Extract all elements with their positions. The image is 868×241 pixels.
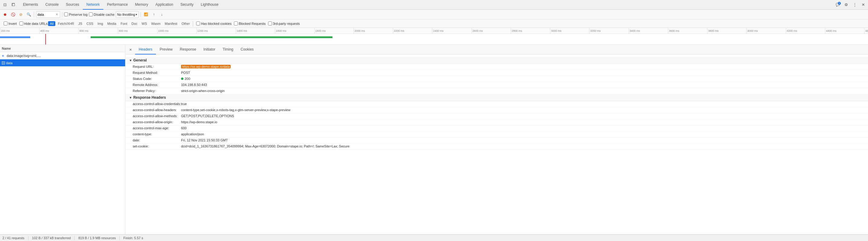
preserve-log-checkbox[interactable] xyxy=(64,12,68,16)
details-panel: × Headers Preview Response Initiator Tim… xyxy=(125,45,868,235)
timeline-mark: 3200 ms xyxy=(589,28,629,34)
response-header-label: set-cookie: xyxy=(133,144,181,148)
tab-application[interactable]: Application xyxy=(152,0,177,10)
tab-preview[interactable]: Preview xyxy=(156,45,176,54)
filter-btn-js[interactable]: JS xyxy=(76,21,84,26)
filter-btn-css[interactable]: CSS xyxy=(85,21,95,26)
tab-security[interactable]: Security xyxy=(177,0,197,10)
hide-data-urls-checkbox-label[interactable]: Hide data URLs xyxy=(19,22,48,25)
throttle-select[interactable]: No throttling ▾ xyxy=(116,11,139,18)
has-blocked-cookies-checkbox[interactable] xyxy=(196,22,200,25)
tab-console[interactable]: Console xyxy=(42,0,62,10)
filter-btn-manifest[interactable]: Manifest xyxy=(163,21,179,26)
badge-icon[interactable]: 💬 2 xyxy=(834,1,841,8)
record-button[interactable]: ⏺ xyxy=(2,11,8,18)
filter-btn-media[interactable]: Media xyxy=(105,21,118,26)
filter-btn-font[interactable]: Font xyxy=(119,21,129,26)
invert-checkbox[interactable] xyxy=(4,22,7,25)
tab-memory[interactable]: Memory xyxy=(131,0,152,10)
details-close-button[interactable]: × xyxy=(127,46,134,53)
download-icon[interactable]: ↓ xyxy=(158,11,165,18)
details-tabs: × Headers Preview Response Initiator Tim… xyxy=(125,45,868,54)
timeline-content[interactable] xyxy=(0,34,868,45)
inspect-icon[interactable]: ⊡ xyxy=(1,1,8,8)
has-blocked-cookies-label[interactable]: Has blocked cookies xyxy=(196,22,231,25)
clear-button[interactable]: 🚫 xyxy=(10,11,16,18)
close-devtools-icon[interactable]: ✕ xyxy=(860,1,867,8)
tab-response[interactable]: Response xyxy=(176,45,200,54)
invert-checkbox-label[interactable]: Invert xyxy=(4,22,17,25)
remote-address-value: 104.198.8.50:443 xyxy=(181,83,207,87)
toolbar-separator-3 xyxy=(141,12,141,17)
filter-bar: Invert Hide data URLs All Fetch/XHR JS C… xyxy=(0,19,868,28)
tab-sources[interactable]: Sources xyxy=(62,0,83,10)
timeline-mark: 1400 ms xyxy=(236,28,275,34)
timeline-mark: 2200 ms xyxy=(393,28,432,34)
status-code-value: 200 xyxy=(181,77,190,81)
request-url-value[interactable]: https://ss.wp-demo.stape.io/data xyxy=(181,65,230,69)
filter-btn-other[interactable]: Other xyxy=(180,21,192,26)
devtools-right-icons: 💬 2 ⚙ ⋮ ✕ xyxy=(834,1,867,8)
filter-btn-all[interactable]: All xyxy=(48,21,55,26)
response-header-value: content-type,set-cookie,x-robots-tag,x-g… xyxy=(181,108,290,112)
response-header-value: true xyxy=(181,102,187,106)
filter-button[interactable]: ⊘ xyxy=(18,11,24,18)
timeline-mark: 200 ms xyxy=(0,28,39,34)
wifi-icon[interactable]: 📶 xyxy=(143,11,149,18)
tab-timing[interactable]: Timing xyxy=(219,45,237,54)
timeline-mark: 3800 ms xyxy=(707,28,746,34)
filter-btn-img[interactable]: Img xyxy=(96,21,105,26)
more-icon[interactable]: ⋮ xyxy=(851,1,858,8)
tab-cookies[interactable]: Cookies xyxy=(237,45,257,54)
timeline-mark: 800 ms xyxy=(118,28,157,34)
timeline-mark: 1200 ms xyxy=(196,28,236,34)
timeline-mark: 4200 ms xyxy=(786,28,825,34)
response-headers-chevron-icon: ▼ xyxy=(129,96,132,99)
tab-network[interactable]: Network xyxy=(83,0,103,10)
blocked-requests-checkbox[interactable] xyxy=(234,22,238,25)
timeline-mark: 1000 ms xyxy=(157,28,196,34)
request-method-value: POST xyxy=(181,71,190,75)
search-button[interactable]: 🔍 xyxy=(25,11,32,18)
tab-headers[interactable]: Headers xyxy=(135,45,156,54)
general-section-header[interactable]: ▼ General xyxy=(125,57,868,64)
filter-btn-doc[interactable]: Doc xyxy=(130,21,139,26)
search-input[interactable]: data xyxy=(37,13,56,16)
disable-cache-checkbox[interactable] xyxy=(89,12,93,16)
timeline-red-line xyxy=(45,34,46,45)
disable-cache-checkbox-label[interactable]: Disable cache xyxy=(89,12,115,16)
response-header-value: GET,POST,PUT,DELETE,OPTIONS xyxy=(181,114,234,118)
blocked-requests-label[interactable]: Blocked Requests xyxy=(234,22,266,25)
search-box[interactable]: data ✕ xyxy=(36,11,60,18)
response-header-row: set-cookie:dcid=dcid_1_1636731861767_354… xyxy=(125,143,868,150)
tab-performance[interactable]: Performance xyxy=(103,0,131,10)
response-header-label: access-control-max-age: xyxy=(133,126,181,130)
preserve-log-checkbox-label[interactable]: Preserve log xyxy=(64,12,88,16)
status-bar: 2 / 41 requests 102 B / 337 kB transferr… xyxy=(0,234,868,235)
search-clear-icon[interactable]: ✕ xyxy=(56,13,58,16)
response-header-label: date: xyxy=(133,138,181,142)
upload-icon[interactable]: ↑ xyxy=(151,11,157,18)
timeline-bar-green xyxy=(91,36,333,38)
request-method-row: Request Method: POST xyxy=(125,70,868,76)
tab-lighthouse[interactable]: Lighthouse xyxy=(197,0,222,10)
third-party-label[interactable]: 3rd-party requests xyxy=(268,22,300,25)
details-content: ▼ General Request URL: https://ss.wp-dem… xyxy=(125,54,868,152)
tab-elements[interactable]: Elements xyxy=(19,0,42,10)
hide-data-urls-checkbox[interactable] xyxy=(19,22,23,25)
filter-btn-fetch-xhr[interactable]: Fetch/XHR xyxy=(56,21,76,26)
table-row[interactable]: data xyxy=(0,59,125,66)
response-header-value: Fri, 12 Nov 2021 15:50:33 GMT xyxy=(181,138,228,142)
timeline-mark: 2600 ms xyxy=(471,28,511,34)
third-party-checkbox[interactable] xyxy=(268,22,272,25)
filter-btn-ws[interactable]: WS xyxy=(140,21,149,26)
response-headers-section-header[interactable]: ▼ Response Headers xyxy=(125,94,868,101)
table-row[interactable]: ◈ data:image/svg+xml,.... xyxy=(0,52,125,59)
timeline-mark: 4400 ms xyxy=(825,28,864,34)
tab-initiator[interactable]: Initiator xyxy=(200,45,219,54)
filter-btn-wasm[interactable]: Wasm xyxy=(149,21,162,26)
response-header-rows: access-control-allow-credentials:trueacc… xyxy=(125,101,868,150)
settings-icon[interactable]: ⚙ xyxy=(843,1,850,8)
device-toggle-icon[interactable]: ⧠ xyxy=(10,1,17,8)
remote-address-row: Remote Address: 104.198.8.50:443 xyxy=(125,82,868,88)
